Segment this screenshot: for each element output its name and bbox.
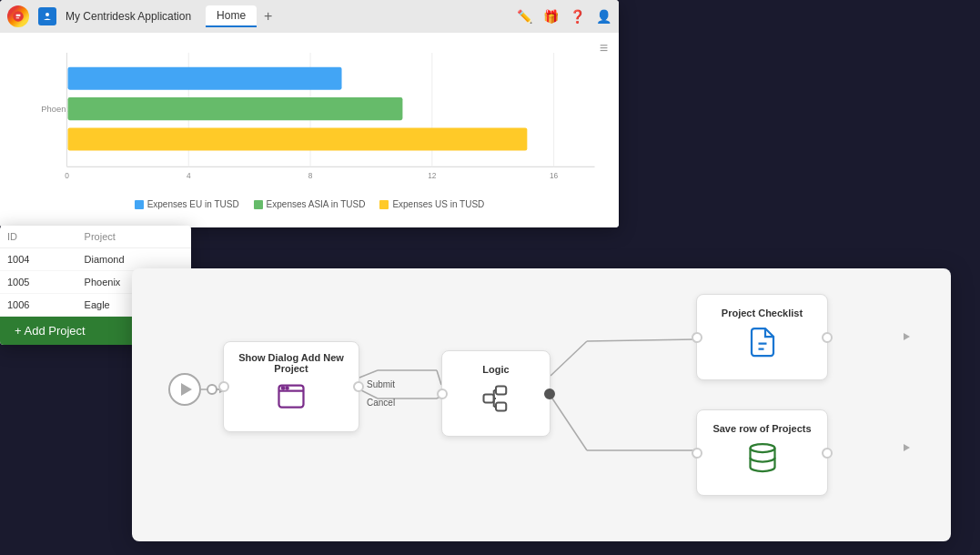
checklist-node[interactable]: Project Checklist: [696, 294, 828, 380]
saverow-node-title: Save row of Projects: [705, 418, 818, 438]
legend-us-label: Expenses US in TUSD: [392, 199, 484, 209]
saverow-icon: [735, 438, 790, 488]
legend-us-dot: [379, 200, 389, 209]
checklist-port-right: [822, 332, 833, 343]
svg-point-1: [45, 13, 49, 16]
help-icon[interactable]: ❓: [570, 9, 585, 24]
app-icon: [38, 7, 56, 25]
svg-rect-16: [68, 128, 528, 151]
svg-line-25: [551, 341, 587, 376]
bar-chart: Phoenix 0 4 8 12 16: [15, 42, 604, 192]
svg-rect-36: [496, 403, 506, 411]
svg-marker-30: [904, 444, 910, 451]
dialog-port-left: [218, 381, 229, 392]
saverow-node[interactable]: Save row of Projects: [696, 409, 828, 496]
cancel-label: Cancel: [367, 398, 395, 408]
svg-text:8: 8: [308, 171, 313, 180]
saverow-port-left: [692, 448, 702, 459]
legend-asia: Expenses ASIA in TUSD: [254, 199, 366, 209]
svg-text:16: 16: [550, 171, 559, 180]
checklist-icon: [735, 322, 790, 372]
logic-node-title: Logic: [475, 358, 516, 378]
saverow-port-right: [822, 448, 833, 459]
chart-container: ≡ Phoenix 0 4 8 12 16: [0, 33, 619, 227]
dialog-node-title: Show Dialog Add New Project: [224, 347, 359, 378]
submit-label: Submit: [367, 379, 395, 389]
connector-node: [207, 384, 217, 395]
logic-port-left: [437, 388, 448, 399]
legend-asia-dot: [254, 200, 263, 209]
dialog-port-right: [353, 381, 364, 392]
logic-icon: [469, 378, 523, 429]
cell-id-1004: 1004: [0, 248, 77, 271]
tab-bar: My Centridesk Application Home + ✏️ 🎁 ❓ …: [0, 0, 619, 33]
table-row[interactable]: 1004 Diamond: [0, 248, 191, 271]
chart-legend: Expenses EU in TUSD Expenses ASIA in TUS…: [15, 199, 604, 209]
table-header-row: ID Project Active: [0, 226, 191, 248]
cell-id-1005: 1005: [0, 271, 77, 294]
legend-asia-label: Expenses ASIA in TUSD: [267, 199, 366, 209]
legend-us: Expenses US in TUSD: [379, 199, 484, 209]
svg-rect-14: [68, 67, 342, 90]
svg-point-33: [282, 387, 284, 388]
tab-home[interactable]: Home: [206, 5, 257, 27]
logic-port-right: [544, 388, 555, 399]
svg-text:4: 4: [187, 171, 191, 180]
svg-line-26: [587, 339, 696, 341]
chart-menu-icon[interactable]: ≡: [600, 40, 608, 56]
user-icon[interactable]: 👤: [596, 9, 611, 24]
svg-line-27: [551, 396, 587, 450]
edit-icon[interactable]: ✏️: [517, 9, 532, 24]
svg-line-19: [359, 370, 378, 378]
add-tab-button[interactable]: +: [264, 8, 272, 25]
svg-text:12: 12: [428, 171, 437, 180]
legend-eu: Expenses EU in TUSD: [135, 199, 239, 209]
play-icon: [181, 383, 192, 396]
checklist-node-title: Project Checklist: [714, 302, 810, 322]
app-name-label: My Centridesk Application: [66, 10, 191, 23]
col-id: ID: [0, 226, 77, 248]
svg-marker-29: [904, 333, 910, 340]
start-node[interactable]: [168, 373, 201, 406]
checklist-port-left: [692, 332, 702, 343]
legend-eu-dot: [135, 200, 144, 209]
svg-text:Phoenix: Phoenix: [41, 104, 72, 114]
flow-panel: Show Dialog Add New Project Submit Cance…: [132, 268, 951, 541]
legend-eu-label: Expenses EU in TUSD: [147, 199, 239, 209]
app-logo: [7, 5, 29, 27]
cell-project-diamond: Diamond: [77, 248, 191, 271]
browser-window: My Centridesk Application Home + ✏️ 🎁 ❓ …: [0, 0, 619, 227]
gift-icon[interactable]: 🎁: [543, 9, 559, 24]
cell-id-1006: 1006: [0, 294, 77, 317]
svg-rect-15: [68, 97, 403, 120]
dialog-icon: [264, 378, 318, 428]
flow-canvas: Show Dialog Add New Project Submit Cance…: [132, 268, 951, 541]
svg-text:0: 0: [65, 171, 69, 180]
logic-node[interactable]: Logic: [441, 350, 551, 437]
svg-point-34: [286, 387, 288, 388]
dialog-node[interactable]: Show Dialog Add New Project: [223, 341, 359, 432]
svg-point-45: [750, 444, 774, 452]
col-project: Project: [77, 226, 191, 248]
svg-rect-37: [484, 395, 494, 403]
toolbar-icons: ✏️ 🎁 ❓ 👤: [517, 9, 611, 24]
svg-rect-35: [496, 387, 506, 395]
